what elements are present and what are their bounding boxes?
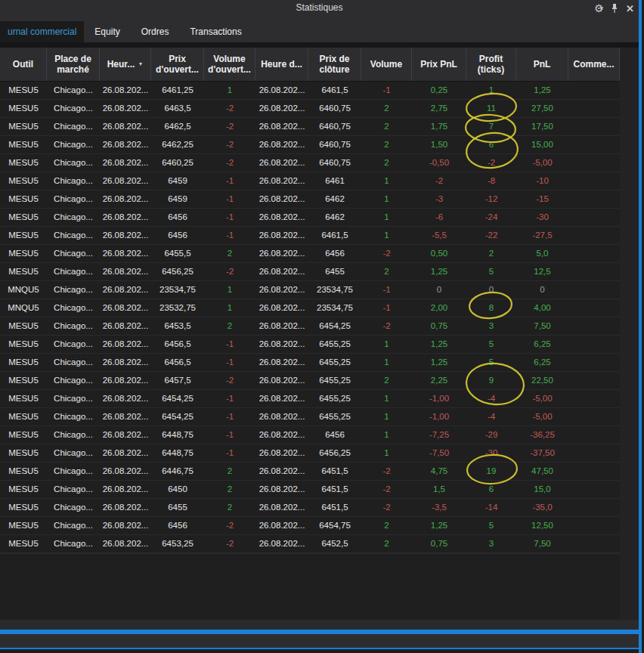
cell-profit_ticks: -14 [466, 499, 516, 516]
cell-prix_ouverture: 6446,75 [151, 463, 204, 480]
cell-volume_ouverture: -1 [204, 390, 255, 407]
tab-journal-commercial[interactable]: urnal commercial [0, 21, 84, 42]
cell-pnl: 15,0 [516, 481, 568, 498]
table-row[interactable]: MESU5Chicago...26.08.202...6460,25-226.0… [0, 154, 620, 172]
table-row[interactable]: MESU5Chicago...26.08.202...6456,25-226.0… [0, 263, 620, 281]
table-row[interactable]: MESU5Chicago...26.08.202...6446,75226.08… [0, 463, 620, 481]
column-header-prix_pnl[interactable]: Prix PnL [412, 48, 466, 81]
tab-ordres[interactable]: Ordres [131, 21, 180, 42]
column-header-heure_cloture[interactable]: Heure d... [255, 48, 308, 81]
cell-volume_ouverture: -1 [204, 336, 255, 353]
cell-heure_cloture: 26.08.202... [255, 100, 308, 117]
table-row[interactable]: MESU5Chicago...26.08.202...6456,5-126.08… [0, 336, 620, 354]
cell-pnl: 47,50 [516, 463, 568, 480]
cell-profit_ticks: -24 [466, 209, 516, 226]
table-row[interactable]: MESU5Chicago...26.08.202...6456-126.08.2… [0, 209, 620, 227]
cell-profit_ticks: 6 [466, 136, 516, 153]
column-header-volume[interactable]: Volume [361, 48, 412, 81]
vertical-scrollbar-track[interactable] [620, 48, 639, 630]
column-header-heure_ouverture[interactable]: Heur...▼ [100, 48, 151, 81]
table-row[interactable]: MNQU5Chicago...26.08.202...23534,75126.0… [0, 281, 620, 299]
cell-volume_ouverture: -1 [204, 408, 255, 426]
table-row[interactable]: MESU5Chicago...26.08.202...6457,5-226.08… [0, 372, 620, 390]
table-row[interactable]: MESU5Chicago...26.08.202...6453,25-226.0… [0, 535, 620, 553]
cell-place_marche: Chicago... [47, 408, 100, 426]
cell-place_marche: Chicago... [47, 245, 100, 262]
cell-outil: MESU5 [0, 172, 47, 190]
table-row[interactable]: MESU5Chicago...26.08.202...6462,25-226.0… [0, 136, 620, 154]
column-header-commentaire[interactable]: Comme... [568, 48, 620, 81]
cell-prix_pnl: 0,75 [412, 535, 466, 552]
close-icon[interactable]: ✕ [626, 3, 634, 14]
cell-volume_ouverture: -2 [204, 517, 255, 534]
cell-place_marche: Chicago... [47, 82, 100, 99]
cell-prix_ouverture: 6461,25 [151, 82, 204, 99]
cell-prix_cloture: 6460,75 [308, 100, 361, 117]
column-header-pnl[interactable]: PnL [516, 48, 568, 81]
table-row[interactable]: MESU5Chicago...26.08.202...6450226.08.20… [0, 481, 620, 499]
cell-heure_ouverture: 26.08.202... [100, 499, 151, 516]
cell-volume: -2 [361, 463, 412, 480]
column-header-label: Comme... [573, 59, 614, 70]
cell-prix_ouverture: 6456,25 [151, 263, 204, 280]
table-row[interactable]: MESU5Chicago...26.08.202...6459-126.08.2… [0, 190, 620, 209]
cell-profit_ticks: -29 [466, 426, 516, 444]
table-row[interactable]: MESU5Chicago...26.08.202...6456-226.08.2… [0, 517, 620, 535]
cell-commentaire [568, 463, 620, 480]
tab-equity[interactable]: Equity [84, 21, 130, 42]
table-row[interactable]: MESU5Chicago...26.08.202...6456-126.08.2… [0, 227, 620, 245]
cell-volume_ouverture: -1 [204, 444, 255, 462]
cell-heure_ouverture: 26.08.202... [100, 172, 151, 190]
column-header-label: Volume d'ouvert... [206, 54, 252, 76]
cell-heure_ouverture: 26.08.202... [100, 100, 151, 117]
cell-commentaire [568, 299, 620, 317]
table-footer-strip [0, 620, 639, 630]
table-row[interactable]: MESU5Chicago...26.08.202...6453,5226.08.… [0, 317, 620, 336]
table-row[interactable]: MESU5Chicago...26.08.202...6461,25126.08… [0, 82, 620, 100]
cell-place_marche: Chicago... [47, 299, 100, 317]
table-row[interactable]: MESU5Chicago...26.08.202...6455226.08.20… [0, 499, 620, 517]
cell-prix_pnl: 0 [412, 281, 466, 299]
table-row[interactable]: MESU5Chicago...26.08.202...6448,75-126.0… [0, 444, 620, 463]
table-row[interactable]: MESU5Chicago...26.08.202...6448,75-126.0… [0, 426, 620, 444]
column-header-outil[interactable]: Outil [0, 48, 47, 81]
cell-heure_cloture: 26.08.202... [255, 299, 308, 317]
cell-pnl: 22,50 [516, 372, 568, 389]
cell-volume: 2 [361, 154, 412, 172]
cell-commentaire [568, 336, 620, 353]
cell-volume: -2 [361, 481, 412, 498]
table-row[interactable]: MESU5Chicago...26.08.202...6462,5-226.08… [0, 118, 620, 136]
cell-prix_cloture: 6455,25 [308, 354, 361, 371]
table-row[interactable]: MESU5Chicago...26.08.202...6459-126.08.2… [0, 172, 620, 190]
table-row[interactable]: MESU5Chicago...26.08.202...6456,5-126.08… [0, 354, 620, 372]
cell-prix_ouverture: 6456,5 [151, 336, 204, 353]
column-header-profit_ticks[interactable]: Profit (ticks) [466, 48, 516, 81]
table-row[interactable]: MESU5Chicago...26.08.202...6463,5-226.08… [0, 100, 620, 118]
cell-outil: MESU5 [0, 390, 47, 407]
cell-volume: -2 [361, 317, 412, 335]
table-row[interactable]: MESU5Chicago...26.08.202...6454,25-126.0… [0, 390, 620, 408]
column-header-label: Prix PnL [420, 59, 457, 70]
cell-profit_ticks: -22 [466, 227, 516, 244]
column-header-prix_cloture[interactable]: Prix de clôture [308, 48, 361, 81]
cell-heure_ouverture: 26.08.202... [100, 154, 151, 172]
cell-profit_ticks: 5 [466, 354, 516, 371]
cell-prix_pnl: 1,75 [412, 118, 466, 135]
column-header-place_marche[interactable]: Place de marché [47, 48, 100, 81]
column-header-volume_ouverture[interactable]: Volume d'ouvert... [204, 48, 255, 81]
cell-prix_ouverture: 6456 [151, 209, 204, 226]
cell-volume: 1 [361, 408, 412, 426]
table-row[interactable]: MESU5Chicago...26.08.202...6454,25-126.0… [0, 408, 620, 426]
cell-heure_cloture: 26.08.202... [255, 281, 308, 299]
cell-commentaire [568, 372, 620, 389]
cell-heure_cloture: 26.08.202... [255, 372, 308, 389]
cell-pnl: -10 [516, 172, 568, 190]
pin-icon[interactable] [611, 3, 618, 14]
table-row[interactable]: MNQU5Chicago...26.08.202...23532,75126.0… [0, 299, 620, 317]
statistics-window: Statistiques ⚙ ▾ ✕ a urnal commercial Eq… [0, 0, 644, 653]
settings-caret-icon[interactable]: ▾ [600, 5, 604, 12]
cell-commentaire [568, 281, 620, 299]
column-header-prix_ouverture[interactable]: Prix d'ouvert... [151, 48, 204, 81]
tab-transactions[interactable]: Transactions [179, 21, 252, 42]
table-row[interactable]: MESU5Chicago...26.08.202...6455,5226.08.… [0, 245, 620, 263]
